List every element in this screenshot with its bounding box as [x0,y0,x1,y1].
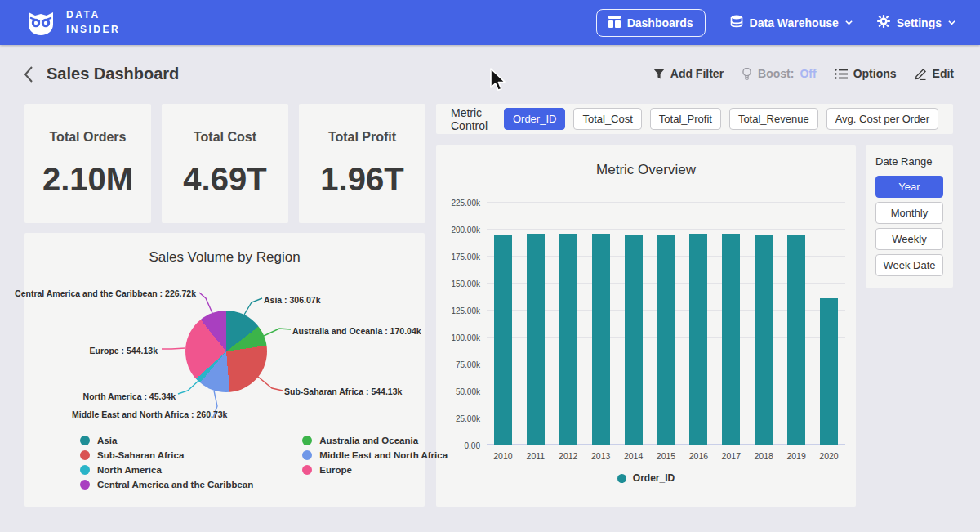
y-tick-label: 100.00k [451,333,480,342]
kpi-card-total-orders: Total Orders 2.10M [24,104,151,223]
x-tick-label: 2016 [682,451,715,461]
pie-legend-item-central-america-and-the-caribbean[interactable]: Central America and the Caribbean [80,480,253,490]
nav-data-warehouse-menu[interactable]: Data Warehouse [730,15,853,30]
bar-plot-area [487,203,845,445]
bar-2016 [689,234,707,445]
settings-label: Settings [897,16,942,29]
metric-button-order-id[interactable]: Order_ID [504,108,565,130]
bar-2019 [787,235,805,445]
sales-dashboard-app: DATA INSIDER Dashboards [0,0,980,532]
bar-2017 [722,234,740,445]
boost-state: Off [800,67,816,80]
x-tick-label: 2015 [650,451,683,461]
bar-2015 [657,235,675,445]
kpi-label: Total Orders [50,130,127,145]
date-range-button-week-date[interactable]: Week Date [875,254,943,276]
pie-label-asia: Asia : 306.07k [264,295,320,305]
pie-label-europe: Europe : 544.13k [90,346,158,355]
pie-legend: AsiaSub-Saharan AfricaNorth AmericaCentr… [80,436,448,490]
x-tick-label: 2019 [780,451,813,461]
y-tick-label: 150.00k [451,279,480,288]
chevron-down-icon [948,19,956,26]
bar-2014 [625,235,643,445]
pencil-icon [915,68,927,80]
bar-cell [552,203,585,445]
legend-label: North America [97,465,162,475]
date-range-button-weekly[interactable]: Weekly [875,228,943,250]
brand-text: DATA INSIDER [66,8,120,37]
filter-funnel-icon [653,69,665,79]
pie-legend-item-sub-saharan-africa[interactable]: Sub-Saharan Africa [80,450,253,460]
kpi-value: 2.10M [42,161,133,198]
bar-cell [747,203,780,445]
pie-label-australia-and-oceania: Australia and Oceania : 170.04k [292,326,421,336]
bar-cell [715,203,747,445]
legend-dot [617,474,626,483]
pie-legend-item-north-america[interactable]: North America [80,465,253,475]
date-range-button-monthly[interactable]: Monthly [875,202,943,224]
page-title: Sales Dashboard [47,65,179,83]
back-button[interactable] [21,65,38,84]
nav-settings-menu[interactable]: Settings [877,15,956,30]
bar-2020 [820,298,838,445]
legend-dot [302,450,312,460]
boost-balloon-icon [742,68,752,80]
options-button[interactable]: Options [835,67,897,80]
bar-cell [682,203,715,445]
add-filter-button[interactable]: Add Filter [653,67,724,80]
mouse-cursor [489,68,509,92]
pie-legend-item-australia-and-oceania[interactable]: Australia and Oceania [302,436,448,445]
database-icon [730,15,743,30]
metric-button-total-revenue[interactable]: Total_Revenue [729,108,818,130]
kpi-value: 4.69T [183,161,266,198]
metric-button-total-cost[interactable]: Total_Cost [573,108,641,130]
date-range-button-year[interactable]: Year [875,176,943,198]
metric-button-avg-cost-per-order[interactable]: Avg. Cost per Order [826,108,938,130]
bar-legend-order-id[interactable]: Order_ID [436,472,856,484]
legend-label: Europe [319,465,352,475]
chevron-down-icon [845,19,853,26]
brand[interactable]: DATA INSIDER [24,5,120,41]
pie-legend-item-europe[interactable]: Europe [302,465,448,475]
chart-title: Metric Overview [436,162,856,178]
gear-icon [877,15,890,30]
boost-toggle[interactable]: Boost: Off [742,67,817,80]
bar-cell [780,203,813,445]
owl-logo-icon [24,5,57,41]
dashboards-label: Dashboards [627,16,693,29]
options-list-icon [835,69,848,79]
bar-2010 [494,235,512,445]
legend-dot [80,450,90,460]
y-tick-label: 75.00k [456,360,480,369]
kpi-value: 1.96T [320,161,403,198]
pie-legend-column: AsiaSub-Saharan AfricaNorth AmericaCentr… [80,436,253,490]
legend-dot [302,465,312,475]
date-range-buttons: YearMonthlyWeeklyWeek Date [875,176,943,276]
navbar-menu: Dashboards Data Warehouse [596,9,956,37]
pie-legend-item-asia[interactable]: Asia [80,436,253,445]
date-range-label: Date Range [875,155,943,168]
bar-cell [650,203,683,445]
bars [487,203,845,445]
x-tick-label: 2014 [617,451,650,461]
edit-button[interactable]: Edit [915,67,954,80]
legend-label: Order_ID [633,472,675,484]
x-tick-label: 2011 [519,451,552,461]
pie-legend-item-middle-east-and-north-africa[interactable]: Middle East and North Africa [302,450,448,460]
y-tick-label: 175.00k [451,253,480,262]
pie-label-middle-east-and-north-africa: Middle East and North Africa : 260.73k [72,409,227,419]
pie-label-central-america-and-the-caribbean: Central America and the Caribbean : 226.… [15,288,196,298]
y-axis-ticks: 0.0025.00k50.00k75.00k100.00k125.00k150.… [436,203,480,445]
legend-label: Australia and Oceania [319,436,418,445]
dashboards-grid-icon [608,16,621,30]
kpi-label: Total Cost [194,130,256,145]
sales-volume-pie-card: Sales Volume by Region Asia : 306.07k Au… [24,233,425,507]
nav-dashboards-button[interactable]: Dashboards [596,9,706,37]
x-axis-labels: 2010201120122013201420152016201720182019… [487,451,845,461]
legend-label: Asia [97,436,117,445]
metric-button-total-profit[interactable]: Total_Profit [650,108,721,130]
bar-2018 [755,235,773,445]
bar-cell [617,203,650,445]
legend-dot [302,436,312,445]
x-tick-label: 2017 [715,451,747,461]
